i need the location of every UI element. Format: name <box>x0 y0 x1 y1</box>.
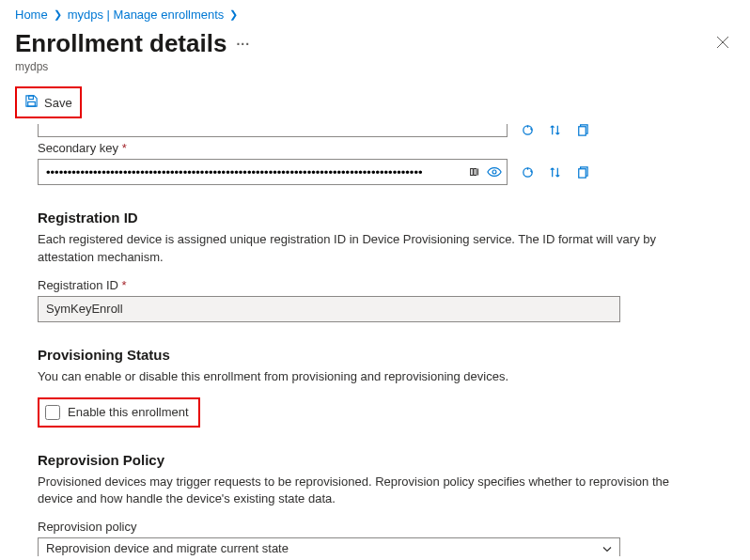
secondary-key-field: Secondary key * <box>38 141 727 185</box>
registration-id-heading: Registration ID <box>38 210 727 226</box>
breadcrumb-mydps-link[interactable]: mydps | Manage enrollments <box>68 8 225 22</box>
enable-enrollment-label: Enable this enrollment <box>68 405 189 419</box>
more-actions-button[interactable]: ··· <box>236 37 250 52</box>
reprovision-policy-select-wrap: Reprovision device and migrate current s… <box>38 537 620 556</box>
copy-icon[interactable] <box>575 124 589 137</box>
registration-id-input <box>38 296 620 322</box>
regenerate-inline-icon[interactable] <box>468 165 481 179</box>
svg-rect-3 <box>28 101 36 106</box>
svg-rect-7 <box>474 169 477 176</box>
primary-key-row-partial <box>38 124 727 141</box>
svg-rect-2 <box>29 96 34 100</box>
secondary-key-input[interactable] <box>38 159 508 185</box>
registration-id-desc: Each registered device is assigned uniqu… <box>38 231 695 267</box>
enable-enrollment-checkbox[interactable] <box>45 405 60 420</box>
save-icon <box>24 94 39 111</box>
breadcrumb-home-link[interactable]: Home <box>15 8 48 22</box>
svg-rect-5 <box>579 126 586 134</box>
svg-rect-6 <box>471 169 474 176</box>
required-asterisk: * <box>122 278 127 292</box>
swap-icon[interactable] <box>548 165 562 179</box>
required-asterisk: * <box>122 141 127 155</box>
copy-icon[interactable] <box>575 165 589 179</box>
reprovision-policy-section: Reprovision Policy Provisioned devices m… <box>38 452 727 556</box>
provisioning-status-desc: You can enable or disable this enrollmen… <box>38 368 695 386</box>
primary-key-side-actions <box>521 124 589 137</box>
chevron-right-icon: ❯ <box>54 8 62 21</box>
page-subtitle: mydps <box>0 58 750 81</box>
swap-icon[interactable] <box>548 124 562 137</box>
page-title: Enrollment details ··· <box>15 29 250 58</box>
reprovision-policy-desc: Provisioned devices may trigger requests… <box>38 474 695 509</box>
show-password-icon[interactable] <box>487 165 502 179</box>
secondary-key-label: Secondary key * <box>38 141 727 155</box>
chevron-right-icon: ❯ <box>229 8 238 21</box>
svg-point-8 <box>492 170 496 174</box>
close-button[interactable] <box>712 30 733 57</box>
save-button[interactable]: Save <box>19 90 78 115</box>
toolbar: Save <box>0 81 750 124</box>
registration-id-section: Registration ID Each registered device i… <box>38 210 727 322</box>
regenerate-icon[interactable] <box>521 165 535 179</box>
reprovision-policy-heading: Reprovision Policy <box>38 452 727 468</box>
content-scroll-area[interactable]: Secondary key * <box>0 124 750 556</box>
secondary-key-side-actions <box>521 165 589 179</box>
svg-rect-10 <box>579 168 586 177</box>
reprovision-policy-select[interactable]: Reprovision device and migrate current s… <box>38 537 620 556</box>
page-title-text: Enrollment details <box>15 29 227 58</box>
primary-key-input-partial[interactable] <box>38 124 508 137</box>
provisioning-status-section: Provisioning Status You can enable or di… <box>38 347 727 428</box>
provisioning-status-heading: Provisioning Status <box>38 347 727 363</box>
title-bar: Enrollment details ··· <box>0 25 750 58</box>
breadcrumb: Home ❯ mydps | Manage enrollments ❯ <box>0 0 750 25</box>
regenerate-icon[interactable] <box>521 124 535 137</box>
registration-id-field-label: Registration ID * <box>38 278 727 292</box>
close-icon <box>716 36 729 49</box>
enable-enrollment-checkbox-row[interactable]: Enable this enrollment <box>41 401 196 424</box>
save-button-label: Save <box>44 96 72 110</box>
reprovision-policy-field-label: Reprovision policy <box>38 520 727 534</box>
